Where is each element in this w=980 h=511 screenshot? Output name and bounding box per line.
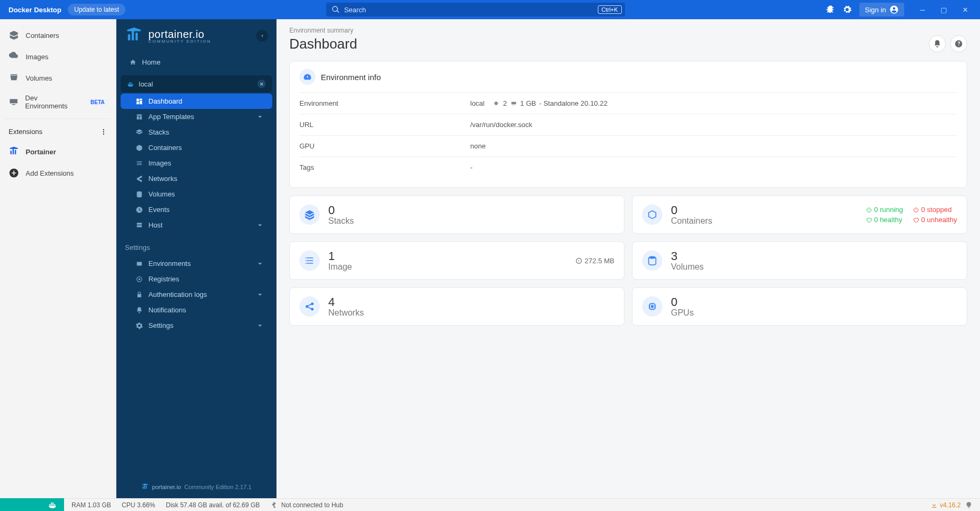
feedback-icon[interactable] bbox=[965, 501, 973, 509]
env-tail-value: - Standalone 20.10.22 bbox=[539, 99, 607, 107]
svg-point-10 bbox=[311, 303, 314, 305]
docker-small-icon bbox=[127, 80, 135, 88]
sidebar-item-volumes[interactable]: Volumes bbox=[121, 186, 272, 202]
sidebar-item-dashboard[interactable]: Dashboard bbox=[121, 93, 272, 109]
version-indicator[interactable]: v4.16.2 bbox=[930, 501, 961, 509]
sidebar-collapse-button[interactable] bbox=[256, 30, 268, 42]
update-button[interactable]: Update to latest bbox=[68, 4, 125, 15]
sidebar-label: App Templates bbox=[148, 113, 194, 121]
sidebar-item-settings[interactable]: Settings bbox=[121, 318, 272, 333]
sidebar-item-auth-logs[interactable]: Authentication logs bbox=[121, 287, 272, 302]
images-size: 272.5 MB bbox=[575, 257, 614, 265]
app-title: Docker Desktop bbox=[9, 6, 61, 14]
signin-button[interactable]: Sign in bbox=[859, 3, 904, 17]
database-icon bbox=[136, 191, 143, 198]
memory-icon bbox=[510, 100, 517, 107]
window-minimize[interactable]: ─ bbox=[912, 0, 933, 19]
database-icon bbox=[647, 255, 658, 266]
gear-icon[interactable] bbox=[842, 5, 852, 14]
extensions-label: Extensions bbox=[9, 128, 43, 136]
sidebar-item-portainer[interactable]: Portainer bbox=[0, 141, 116, 162]
bug-icon[interactable] bbox=[825, 5, 835, 14]
list-icon bbox=[304, 255, 315, 266]
gear-icon bbox=[136, 322, 143, 329]
help-button[interactable] bbox=[950, 35, 967, 52]
sidebar-item-home[interactable]: Home bbox=[121, 54, 272, 70]
stat-running: 0 running bbox=[866, 206, 903, 214]
svg-point-8 bbox=[649, 256, 655, 259]
status-disk: Disk 57.48 GB avail. of 62.69 GB bbox=[166, 501, 260, 509]
tile-stacks[interactable]: 0 Stacks bbox=[289, 195, 625, 234]
docker-sidebar: Containers Images Volumes Dev Environmen… bbox=[0, 19, 116, 498]
sidebar-item-networks[interactable]: Networks bbox=[121, 171, 272, 186]
chevron-down-icon bbox=[256, 291, 264, 298]
box-icon bbox=[136, 144, 143, 152]
whale-icon bbox=[48, 500, 58, 509]
sidebar-item-host[interactable]: Host bbox=[121, 217, 272, 233]
sidebar-label: Containers bbox=[148, 144, 182, 152]
page-title: Dashboard bbox=[289, 36, 357, 52]
sidebar-label: Containers bbox=[26, 32, 59, 40]
download-icon bbox=[930, 501, 938, 509]
server-icon bbox=[136, 222, 143, 229]
footer-version: Community Edition 2.17.1 bbox=[184, 484, 251, 490]
chip-icon bbox=[647, 301, 658, 312]
tile-containers[interactable]: 0 Containers 0 running 0 stopped 0 healt… bbox=[632, 195, 967, 234]
divider bbox=[5, 119, 110, 119]
tile-volumes[interactable]: 3 Volumes bbox=[632, 241, 967, 280]
sidebar-item-containers[interactable]: Containers bbox=[121, 140, 272, 155]
tile-label: GPUs bbox=[671, 308, 694, 318]
portainer-logo-icon bbox=[125, 27, 143, 45]
portainer-sidebar: portainer.io COMMUNITY EDITION Home loca… bbox=[116, 19, 276, 498]
tile-gpus[interactable]: 0 GPUs bbox=[632, 287, 967, 326]
add-extensions-button[interactable]: Add Extensions bbox=[0, 162, 116, 184]
gpus-count: 0 bbox=[671, 295, 694, 309]
env-close-button[interactable]: ✕ bbox=[257, 80, 266, 88]
stacks-count: 0 bbox=[328, 203, 354, 217]
sidebar-item-volumes[interactable]: Volumes bbox=[0, 67, 116, 89]
tile-images[interactable]: 1 Image 272.5 MB bbox=[289, 241, 625, 280]
docker-engine-status[interactable] bbox=[0, 498, 64, 511]
environment-selector[interactable]: local ✕ bbox=[121, 75, 272, 92]
sidebar-item-registries[interactable]: Registries bbox=[121, 271, 272, 287]
sidebar-item-images[interactable]: Images bbox=[121, 155, 272, 171]
portainer-footer: portainer.io Community Edition 2.17.1 bbox=[116, 476, 276, 498]
list-icon bbox=[136, 160, 143, 167]
sidebar-item-notifications[interactable]: Notifications bbox=[121, 302, 272, 318]
info-row-environment: Environment local 2 1 GB - Standalone 20… bbox=[299, 93, 957, 114]
sidebar-label: Volumes bbox=[148, 190, 175, 198]
sidebar-item-containers[interactable]: Containers bbox=[0, 25, 116, 46]
menu-icon[interactable] bbox=[100, 128, 107, 136]
sidebar-item-stacks[interactable]: Stacks bbox=[121, 124, 272, 140]
sidebar-item-environments[interactable]: Environments bbox=[121, 256, 272, 271]
sidebar-item-events[interactable]: Events bbox=[121, 202, 272, 217]
sidebar-item-app-templates[interactable]: App Templates bbox=[121, 109, 272, 124]
tile-label: Volumes bbox=[671, 262, 704, 272]
gauge-icon bbox=[299, 69, 315, 85]
chevron-down-icon bbox=[256, 260, 264, 268]
info-row-url: URL /var/run/docker.sock bbox=[299, 114, 957, 136]
settings-section-label: Settings bbox=[116, 233, 276, 256]
sidebar-label: Stacks bbox=[148, 128, 169, 136]
tile-networks[interactable]: 4 Networks bbox=[289, 287, 625, 326]
search-input[interactable]: Search Ctrl+K bbox=[326, 3, 625, 17]
window-maximize[interactable]: ▢ bbox=[933, 0, 954, 19]
sidebar-label: Home bbox=[142, 58, 161, 66]
templates-icon bbox=[136, 113, 143, 121]
share-icon bbox=[304, 301, 315, 312]
sidebar-label: Authentication logs bbox=[148, 290, 207, 298]
sidebar-label: Events bbox=[148, 206, 170, 214]
volumes-count: 3 bbox=[671, 249, 704, 263]
chevron-down-icon bbox=[256, 113, 264, 121]
stacks-icon bbox=[136, 129, 143, 136]
notifications-button[interactable] bbox=[929, 35, 946, 52]
containers-icon bbox=[9, 30, 19, 41]
chevron-down-icon bbox=[256, 322, 264, 329]
window-close[interactable]: ✕ bbox=[954, 0, 976, 19]
footer-brand: portainer.io bbox=[152, 484, 181, 490]
info-label: GPU bbox=[299, 142, 470, 150]
sidebar-item-dev-environments[interactable]: Dev Environments BETA bbox=[0, 89, 116, 115]
sidebar-label: Environments bbox=[148, 260, 191, 268]
sidebar-item-images[interactable]: Images bbox=[0, 46, 116, 67]
info-row-tags: Tags - bbox=[299, 157, 957, 178]
